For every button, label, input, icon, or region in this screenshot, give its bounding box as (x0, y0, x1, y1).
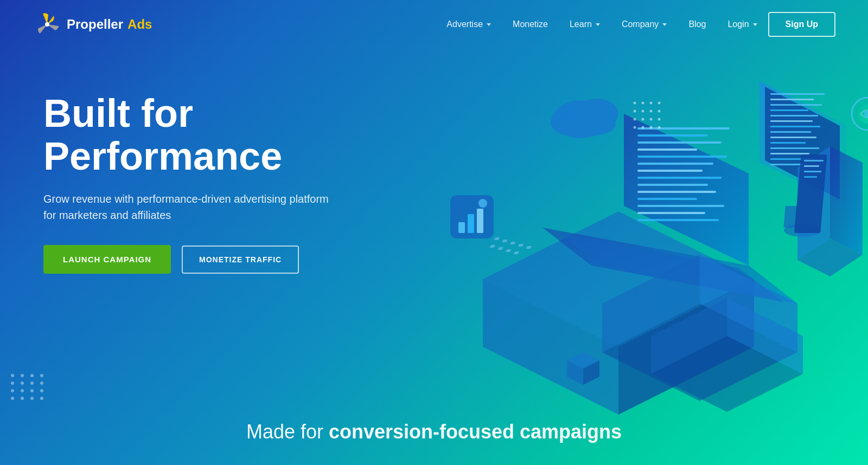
svg-rect-33 (770, 99, 814, 100)
svg-rect-7 (637, 141, 722, 144)
svg-rect-16 (637, 205, 724, 207)
hero-content: Built for Performance Grow revenue with … (0, 49, 868, 465)
svg-rect-9 (637, 156, 727, 158)
monetize-traffic-button[interactable]: MONETIZE TRAFFIC (182, 246, 299, 274)
nav-item-blog[interactable]: Blog (688, 20, 706, 29)
chevron-down-icon (753, 23, 757, 26)
svg-rect-32 (770, 93, 825, 95)
svg-point-79 (634, 118, 636, 121)
nav-link-blog[interactable]: Blog (688, 20, 706, 29)
svg-point-75 (634, 110, 636, 113)
svg-point-59 (556, 113, 616, 137)
nav-item-monetize[interactable]: Monetize (513, 20, 548, 29)
svg-rect-13 (637, 184, 708, 186)
svg-point-78 (658, 110, 661, 113)
launch-campaign-button[interactable]: LAUNCH CAMPAIGN (43, 245, 171, 274)
hero-text-block: Built for Performance Grow revenue with … (43, 70, 342, 274)
svg-rect-41 (770, 142, 806, 144)
svg-rect-63 (477, 209, 483, 233)
nav-item-company[interactable]: Company (622, 20, 667, 29)
nav-link-advertise[interactable]: Advertise (446, 20, 491, 29)
svg-point-64 (478, 199, 487, 208)
hero-subtitle: Grow revenue with performance-driven adv… (43, 191, 342, 223)
svg-rect-62 (468, 214, 474, 233)
svg-rect-54 (804, 171, 821, 172)
svg-rect-55 (804, 176, 817, 178)
svg-rect-17 (637, 212, 705, 214)
svg-rect-15 (637, 198, 697, 200)
svg-marker-48 (830, 146, 863, 255)
svg-rect-61 (458, 222, 465, 233)
chevron-down-icon (596, 23, 600, 26)
svg-rect-6 (637, 134, 708, 137)
svg-rect-24 (518, 244, 524, 247)
chevron-down-icon (487, 23, 491, 26)
hero-buttons: LAUNCH CAMPAIGN MONETIZE TRAFFIC (43, 245, 342, 274)
svg-rect-29 (513, 251, 519, 254)
svg-rect-40 (770, 137, 816, 138)
svg-point-85 (650, 126, 653, 129)
dots-decoration (11, 374, 46, 400)
chevron-down-icon (662, 23, 667, 26)
svg-rect-36 (770, 115, 818, 117)
svg-rect-23 (510, 242, 516, 244)
logo-icon (33, 10, 62, 40)
svg-point-84 (642, 126, 644, 129)
hero-title: Built for Performance (43, 92, 342, 178)
svg-rect-52 (804, 160, 824, 162)
svg-point-86 (658, 126, 661, 129)
svg-rect-42 (770, 147, 819, 149)
svg-rect-37 (770, 120, 813, 122)
svg-rect-27 (497, 247, 503, 250)
svg-rect-12 (637, 177, 722, 179)
svg-rect-8 (637, 148, 697, 151)
login-button[interactable]: Login (727, 20, 757, 29)
svg-rect-21 (494, 237, 500, 240)
svg-point-73 (650, 102, 653, 105)
svg-point-77 (650, 110, 653, 113)
svg-point-74 (658, 102, 661, 105)
svg-rect-10 (637, 163, 713, 165)
svg-rect-11 (637, 170, 703, 172)
svg-rect-14 (637, 191, 716, 193)
svg-rect-28 (506, 249, 512, 252)
svg-rect-43 (770, 153, 809, 154)
svg-rect-18 (637, 219, 719, 221)
svg-rect-22 (502, 240, 508, 242)
svg-point-83 (634, 126, 636, 129)
nav-link-monetize[interactable]: Monetize (513, 20, 548, 29)
hero-section: PropellerAds Advertise Monetize Learn (0, 0, 868, 465)
illustration-svg (401, 49, 868, 465)
hero-illustration (401, 49, 868, 465)
logo-text-ads: Ads (127, 17, 152, 32)
nav-link-learn[interactable]: Learn (570, 20, 600, 29)
svg-point-0 (45, 22, 49, 27)
svg-point-76 (642, 110, 644, 113)
main-nav: PropellerAds Advertise Monetize Learn (0, 0, 868, 49)
logo[interactable]: PropellerAds (33, 10, 152, 40)
nav-item-advertise[interactable]: Advertise (446, 20, 491, 29)
nav-link-company[interactable]: Company (622, 20, 667, 29)
svg-point-72 (642, 102, 644, 105)
logo-text-propeller: Propeller (67, 17, 123, 32)
svg-point-71 (634, 102, 636, 105)
svg-rect-34 (770, 104, 822, 106)
nav-links: Advertise Monetize Learn Company (446, 20, 706, 29)
svg-rect-35 (770, 109, 808, 111)
signup-button[interactable]: Sign Up (768, 12, 835, 37)
svg-point-82 (658, 118, 661, 121)
svg-rect-53 (804, 165, 819, 167)
nav-actions: Login Sign Up (727, 12, 835, 37)
hero-bottom-text: Made for conversion-focused campaigns (0, 421, 868, 443)
svg-rect-38 (770, 126, 820, 127)
nav-item-learn[interactable]: Learn (570, 20, 600, 29)
svg-point-81 (650, 118, 653, 121)
svg-rect-25 (526, 246, 532, 249)
svg-rect-26 (489, 245, 495, 248)
svg-rect-39 (770, 131, 811, 133)
svg-point-80 (642, 118, 644, 121)
